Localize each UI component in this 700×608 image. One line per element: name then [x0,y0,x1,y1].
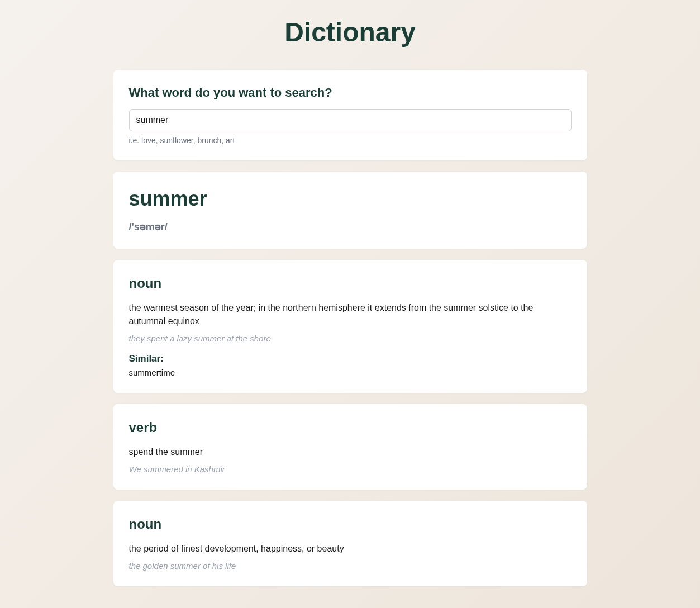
search-card: What word do you want to search? i.e. lo… [113,70,587,160]
similar-heading: Similar: [129,353,572,364]
definition-card: noun the period of finest development, h… [113,501,587,586]
page-title: Dictionary [113,17,587,48]
phonetic-text: /'səmər/ [129,221,572,233]
example-text: they spent a lazy summer at the shore [129,334,572,343]
search-heading: What word do you want to search? [129,86,572,100]
word-header-card: summer /'səmər/ [113,172,587,249]
similar-text: summertime [129,368,572,377]
definition-card: verb spend the summer We summered in Kas… [113,404,587,490]
definition-text: spend the summer [129,445,572,459]
definition-text: the warmest season of the year; in the n… [129,301,572,328]
example-text: the golden summer of his life [129,561,572,571]
search-hint: i.e. love, sunflower, brunch, art [129,136,572,145]
part-of-speech: noun [129,276,572,291]
part-of-speech: noun [129,516,572,532]
definition-text: the period of finest development, happin… [129,542,572,555]
search-input[interactable] [129,109,572,131]
word-title: summer [129,187,572,211]
example-text: We summered in Kashmir [129,464,572,474]
part-of-speech: verb [129,420,572,435]
definition-card: noun the warmest season of the year; in … [113,260,587,393]
